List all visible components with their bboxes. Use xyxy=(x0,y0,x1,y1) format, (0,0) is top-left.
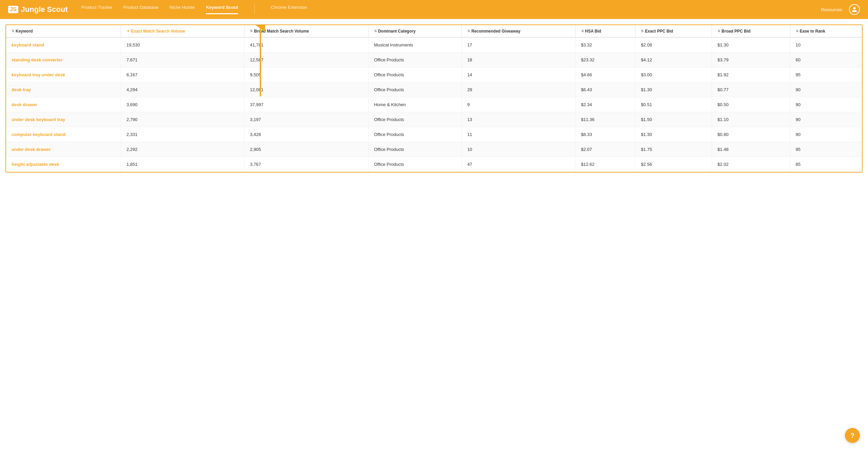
data-cell: Office Products xyxy=(368,142,461,157)
data-cell: $0.50 xyxy=(712,97,790,112)
data-cell: $1.30 xyxy=(635,127,712,142)
table-row: under desk drawer2,2922,905Office Produc… xyxy=(6,142,862,157)
data-cell: 90 xyxy=(790,127,862,142)
data-cell: Home & Kitchen xyxy=(368,97,461,112)
logo-text: Jungle Scout xyxy=(21,5,68,14)
data-cell: 95 xyxy=(790,142,862,157)
nav-divider xyxy=(254,5,255,14)
logo[interactable]: JS Jungle Scout xyxy=(8,5,68,14)
data-cell: 3,767 xyxy=(244,157,369,172)
nav-resources[interactable]: Resources xyxy=(821,7,842,12)
data-cell: 9,505 xyxy=(244,67,369,82)
keyword-link[interactable]: keyboard tray under desk xyxy=(12,72,65,77)
table-row: desk drawer3,69037,997Home & Kitchen9$2.… xyxy=(6,97,862,112)
data-cell: 3,428 xyxy=(244,127,369,142)
data-cell: $0.80 xyxy=(712,127,790,142)
data-cell: $3.00 xyxy=(635,67,712,82)
data-cell: 17 xyxy=(462,37,575,53)
data-cell: 60 xyxy=(790,52,862,67)
data-cell: 14 xyxy=(462,67,575,82)
nav-product-database[interactable]: Product Database xyxy=(123,5,158,14)
data-cell: 47 xyxy=(462,157,575,172)
data-cell: $4.12 xyxy=(635,52,712,67)
sort-icon-exact-ppc: ⇅ xyxy=(641,29,644,33)
sort-icon-exact: ▼ xyxy=(126,29,130,33)
data-cell: 2,790 xyxy=(121,112,244,127)
data-cell: $1.48 xyxy=(712,142,790,157)
data-cell: 3,690 xyxy=(121,97,244,112)
keyword-cell[interactable]: under desk keyboard tray xyxy=(6,112,121,127)
data-cell: 19,530 xyxy=(121,37,244,53)
data-cell: Office Products xyxy=(368,127,461,142)
keyword-link[interactable]: height adjustable desk xyxy=(12,162,59,167)
data-cell: 37,997 xyxy=(244,97,369,112)
data-cell: 2,292 xyxy=(121,142,244,157)
sort-icon-broad-ppc: ⇅ xyxy=(717,29,720,33)
col-header-broad-ppc[interactable]: ⇅ Broad PPC Bid xyxy=(712,25,790,37)
sort-icon-dominant: ⇅ xyxy=(374,29,377,33)
col-header-exact-ppc[interactable]: ⇅ Exact PPC Bid xyxy=(635,25,712,37)
data-cell: 7,671 xyxy=(121,52,244,67)
keyword-cell[interactable]: desk drawer xyxy=(6,97,121,112)
keyword-cell[interactable]: height adjustable desk xyxy=(6,157,121,172)
data-cell: 90 xyxy=(790,112,862,127)
keyword-link[interactable]: computer keyboard stand xyxy=(12,132,65,137)
data-cell: $2.56 xyxy=(635,157,712,172)
avatar[interactable] xyxy=(849,4,860,15)
nav-niche-hunter[interactable]: Niche Hunter xyxy=(170,5,195,14)
keyword-table-container: ⇅ Keyword ▼ Exact Match Search Volume ⇅ xyxy=(5,24,863,173)
data-cell: 2,331 xyxy=(121,127,244,142)
col-header-giveaway[interactable]: ⇅ Recommended Giveaway xyxy=(462,25,575,37)
data-cell: $12.62 xyxy=(575,157,635,172)
keyword-cell[interactable]: under desk drawer xyxy=(6,142,121,157)
keyword-link[interactable]: under desk keyboard tray xyxy=(12,117,65,122)
data-cell: 3,197 xyxy=(244,112,369,127)
nav-keyword-scout[interactable]: Keyword Scout xyxy=(206,5,238,14)
data-cell: Musical Instruments xyxy=(368,37,461,53)
data-cell: $2.02 xyxy=(712,157,790,172)
col-header-exact-match[interactable]: ▼ Exact Match Search Volume xyxy=(121,25,244,37)
data-cell: $2.08 xyxy=(635,37,712,53)
table-row: desk tray4,29412,081Office Products29$6.… xyxy=(6,82,862,97)
table-row: under desk keyboard tray2,7903,197Office… xyxy=(6,112,862,127)
col-header-ease[interactable]: ⇅ Ease to Rank xyxy=(790,25,862,37)
data-cell: 90 xyxy=(790,82,862,97)
logo-js: JS xyxy=(8,6,18,13)
col-header-keyword[interactable]: ⇅ Keyword xyxy=(6,25,121,37)
keyword-cell[interactable]: keyboard stand xyxy=(6,37,121,53)
keyword-cell[interactable]: computer keyboard stand xyxy=(6,127,121,142)
keyword-link[interactable]: standing desk converter xyxy=(12,57,62,62)
data-cell: $2.07 xyxy=(575,142,635,157)
col-header-broad-match[interactable]: ⇅ Broad Match Search Volume xyxy=(244,25,369,37)
keyword-cell[interactable]: standing desk converter xyxy=(6,52,121,67)
data-cell: 6,167 xyxy=(121,67,244,82)
data-cell: $8.33 xyxy=(575,127,635,142)
keyword-link[interactable]: desk drawer xyxy=(12,102,37,107)
keyword-cell[interactable]: desk tray xyxy=(6,82,121,97)
data-cell: $4.66 xyxy=(575,67,635,82)
data-cell: 10 xyxy=(462,142,575,157)
data-cell: 29 xyxy=(462,82,575,97)
keyword-link[interactable]: desk tray xyxy=(12,87,31,92)
data-cell: $1.75 xyxy=(635,142,712,157)
data-cell: 1,851 xyxy=(121,157,244,172)
keyword-link[interactable]: keyboard stand xyxy=(12,42,44,47)
keyword-table: ⇅ Keyword ▼ Exact Match Search Volume ⇅ xyxy=(6,25,862,172)
navbar: JS Jungle Scout Product Tracker Product … xyxy=(0,0,868,19)
nav-product-tracker[interactable]: Product Tracker xyxy=(81,5,113,14)
col-header-dominant[interactable]: ⇅ Dominant Category xyxy=(368,25,461,37)
data-cell: $1.30 xyxy=(712,37,790,53)
data-cell: Office Products xyxy=(368,112,461,127)
data-cell: $1.30 xyxy=(635,82,712,97)
keyword-link[interactable]: under desk drawer xyxy=(12,147,51,152)
data-cell: $1.92 xyxy=(712,67,790,82)
data-cell: 13 xyxy=(462,112,575,127)
data-cell: 2,905 xyxy=(244,142,369,157)
data-cell: $11.36 xyxy=(575,112,635,127)
col-header-hsa[interactable]: ⇅ HSA Bid xyxy=(575,25,635,37)
table-row: keyboard tray under desk6,1679,505Office… xyxy=(6,67,862,82)
data-cell: 90 xyxy=(790,97,862,112)
data-cell: 12,081 xyxy=(244,82,369,97)
keyword-cell[interactable]: keyboard tray under desk xyxy=(6,67,121,82)
nav-chrome-extension[interactable]: Chrome Extension xyxy=(271,5,307,14)
